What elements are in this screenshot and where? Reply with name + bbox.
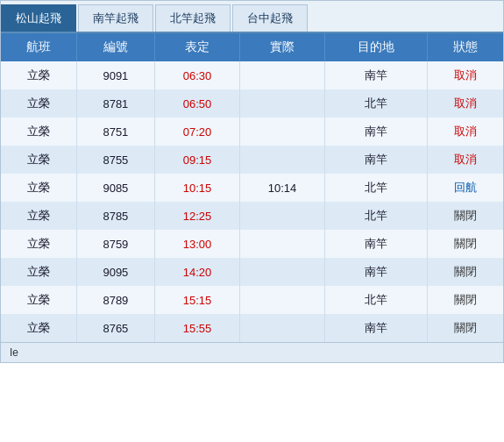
tab-2[interactable]: 北竿起飛 xyxy=(155,4,231,32)
cell-2-4: 南竿 xyxy=(325,118,428,146)
table-body: 立榮909106:30南竿取消立榮878106:50北竿取消立榮875107:2… xyxy=(1,61,503,342)
header-cell-3: 實際 xyxy=(240,33,325,61)
cell-9-4: 南竿 xyxy=(325,314,428,342)
flight-table: 航班編號表定實際目的地狀態 立榮909106:30南竿取消立榮878106:50… xyxy=(1,33,503,342)
cell-8-1: 8789 xyxy=(76,286,154,314)
cell-6-3 xyxy=(240,230,325,258)
table-row: 立榮909514:20南竿關閉 xyxy=(1,258,503,286)
cell-7-2: 14:20 xyxy=(155,258,240,286)
cell-3-1: 8755 xyxy=(76,146,154,174)
cell-0-5: 取消 xyxy=(428,61,503,89)
cell-4-1: 9085 xyxy=(76,174,154,202)
tab-0[interactable]: 松山起飛 xyxy=(1,4,76,32)
header-cell-4: 目的地 xyxy=(325,33,428,61)
cell-4-3: 10:14 xyxy=(240,174,325,202)
cell-5-0: 立榮 xyxy=(1,202,76,230)
cell-1-0: 立榮 xyxy=(1,89,76,118)
cell-6-2: 13:00 xyxy=(155,230,240,258)
cell-7-5: 關閉 xyxy=(428,258,503,286)
cell-7-0: 立榮 xyxy=(1,258,76,286)
cell-2-1: 8751 xyxy=(76,118,154,146)
header-cell-1: 編號 xyxy=(76,33,154,61)
cell-3-5: 取消 xyxy=(428,146,503,174)
cell-1-3 xyxy=(240,89,325,118)
tab-bar: 松山起飛南竿起飛北竿起飛台中起飛 xyxy=(1,1,503,33)
table-row: 立榮875107:20南竿取消 xyxy=(1,118,503,146)
footer-text: Ie xyxy=(10,346,18,359)
cell-9-2: 15:55 xyxy=(155,314,240,342)
cell-5-3 xyxy=(240,202,325,230)
cell-5-2: 12:25 xyxy=(155,202,240,230)
header-row: 航班編號表定實際目的地狀態 xyxy=(1,33,503,61)
footer-bar: Ie xyxy=(1,342,503,362)
table-row: 立榮878512:25北竿關閉 xyxy=(1,202,503,230)
cell-9-0: 立榮 xyxy=(1,314,76,342)
cell-5-1: 8785 xyxy=(76,202,154,230)
cell-4-5: 回航 xyxy=(428,174,503,202)
cell-8-5: 關閉 xyxy=(428,286,503,314)
cell-3-2: 09:15 xyxy=(155,146,240,174)
cell-6-0: 立榮 xyxy=(1,230,76,258)
cell-4-0: 立榮 xyxy=(1,174,76,202)
cell-5-4: 北竿 xyxy=(325,202,428,230)
cell-7-4: 南竿 xyxy=(325,258,428,286)
cell-8-0: 立榮 xyxy=(1,286,76,314)
cell-8-4: 北竿 xyxy=(325,286,428,314)
cell-3-3 xyxy=(240,146,325,174)
tab-3[interactable]: 台中起飛 xyxy=(232,4,308,32)
cell-3-4: 南竿 xyxy=(325,146,428,174)
main-container: 松山起飛南竿起飛北竿起飛台中起飛 航班編號表定實際目的地狀態 立榮909106:… xyxy=(0,0,504,363)
cell-4-2: 10:15 xyxy=(155,174,240,202)
cell-2-5: 取消 xyxy=(428,118,503,146)
cell-9-5: 關閉 xyxy=(428,314,503,342)
cell-1-2: 06:50 xyxy=(155,89,240,118)
cell-0-4: 南竿 xyxy=(325,61,428,89)
cell-8-2: 15:15 xyxy=(155,286,240,314)
table-row: 立榮909106:30南竿取消 xyxy=(1,61,503,89)
cell-1-4: 北竿 xyxy=(325,89,428,118)
cell-0-2: 06:30 xyxy=(155,61,240,89)
table-row: 立榮876515:55南竿關閉 xyxy=(1,314,503,342)
cell-4-4: 北竿 xyxy=(325,174,428,202)
header-cell-0: 航班 xyxy=(1,33,76,61)
header-cell-2: 表定 xyxy=(155,33,240,61)
cell-0-1: 9091 xyxy=(76,61,154,89)
table-row: 立榮875913:00南竿關閉 xyxy=(1,230,503,258)
cell-0-3 xyxy=(240,61,325,89)
cell-1-1: 8781 xyxy=(76,89,154,118)
cell-2-2: 07:20 xyxy=(155,118,240,146)
cell-2-3 xyxy=(240,118,325,146)
cell-6-4: 南竿 xyxy=(325,230,428,258)
cell-6-5: 關閉 xyxy=(428,230,503,258)
cell-6-1: 8759 xyxy=(76,230,154,258)
tab-1[interactable]: 南竿起飛 xyxy=(78,4,153,32)
cell-2-0: 立榮 xyxy=(1,118,76,146)
table-row: 立榮875509:15南竿取消 xyxy=(1,146,503,174)
cell-9-1: 8765 xyxy=(76,314,154,342)
cell-8-3 xyxy=(240,286,325,314)
table-row: 立榮878106:50北竿取消 xyxy=(1,89,503,118)
cell-7-1: 9095 xyxy=(76,258,154,286)
table-row: 立榮908510:1510:14北竿回航 xyxy=(1,174,503,202)
cell-5-5: 關閉 xyxy=(428,202,503,230)
table-row: 立榮878915:15北竿關閉 xyxy=(1,286,503,314)
cell-7-3 xyxy=(240,258,325,286)
cell-9-3 xyxy=(240,314,325,342)
cell-1-5: 取消 xyxy=(428,89,503,118)
cell-0-0: 立榮 xyxy=(1,61,76,89)
header-cell-5: 狀態 xyxy=(428,33,503,61)
cell-3-0: 立榮 xyxy=(1,146,76,174)
table-header: 航班編號表定實際目的地狀態 xyxy=(1,33,503,61)
